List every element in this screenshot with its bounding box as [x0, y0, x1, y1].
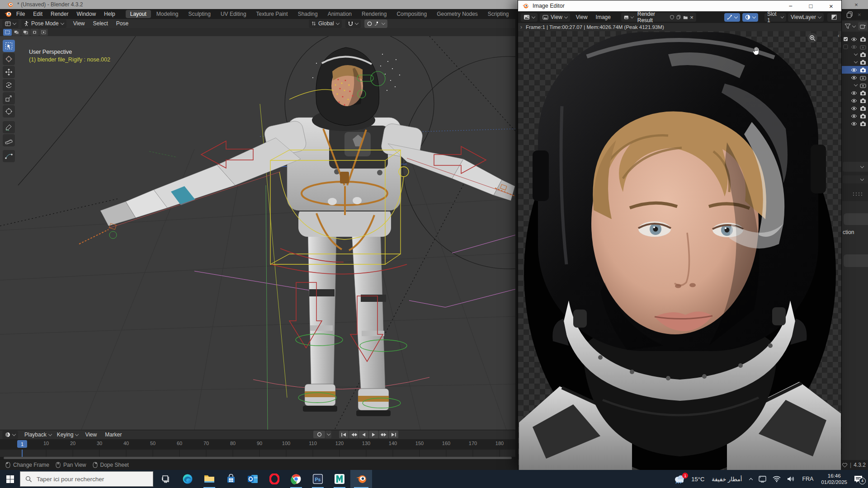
timeline-scrollbar[interactable]: [4, 457, 512, 459]
select-mode-subtract-button[interactable]: [21, 29, 30, 36]
checkbox-checked-icon[interactable]: [843, 37, 848, 42]
proportional-editing-group[interactable]: [364, 19, 387, 28]
camera-disabled-icon[interactable]: [860, 44, 866, 50]
camera-icon[interactable]: [860, 67, 866, 73]
fake-user-shield-icon[interactable]: [670, 14, 674, 20]
taskbar-search-box[interactable]: Taper ici pour rechercher: [20, 471, 153, 487]
transform-orientation-dropdown[interactable]: Global: [309, 19, 342, 28]
browse-chevron[interactable]: [630, 15, 634, 19]
open-folder-icon[interactable]: [683, 15, 688, 20]
fund-heart-icon[interactable]: [842, 462, 848, 468]
tray-temperature[interactable]: 15°C: [691, 476, 704, 483]
tray-weather[interactable]: 1: [674, 474, 685, 483]
taskbar-app-outlook[interactable]: [242, 470, 264, 488]
tool-select-box[interactable]: [3, 40, 15, 52]
current-frame-indicator[interactable]: 1: [17, 440, 27, 448]
taskbar-app-blender[interactable]: [350, 470, 372, 488]
taskbar-app-file-explorer[interactable]: [198, 470, 220, 488]
editor-type-dropdown[interactable]: [521, 13, 538, 22]
workspace-tab-shading[interactable]: Shading: [293, 10, 322, 18]
taskbar-app-chrome[interactable]: [285, 470, 307, 488]
jump-to-start-button[interactable]: [339, 431, 349, 438]
expand-chevron-icon[interactable]: [854, 52, 858, 56]
camera-icon[interactable]: [860, 113, 866, 119]
tool-move[interactable]: [3, 66, 15, 78]
start-button[interactable]: [0, 470, 20, 488]
slot-dropdown[interactable]: Slot 1: [764, 13, 786, 22]
outliner-row[interactable]: [842, 58, 868, 66]
jump-prev-keyframe-button[interactable]: [349, 431, 359, 438]
select-mode-extend-button[interactable]: [12, 29, 21, 36]
workspace-tab-uv-editing[interactable]: UV Editing: [216, 10, 251, 18]
auto-keying-button[interactable]: [313, 431, 325, 438]
taskbar-app-store[interactable]: [220, 470, 242, 488]
outliner-row[interactable]: [842, 112, 868, 120]
panel-grip-dots[interactable]: [853, 192, 863, 196]
tool-transform[interactable]: [3, 105, 15, 117]
tool-scale[interactable]: [3, 92, 15, 104]
eye-icon[interactable]: [851, 91, 857, 95]
keying-menu[interactable]: Keying: [54, 431, 81, 439]
tool-cursor[interactable]: [3, 53, 15, 65]
menu-render[interactable]: Render: [47, 9, 72, 19]
timeline-marker-menu[interactable]: Marker: [101, 430, 126, 439]
camera-icon[interactable]: [860, 106, 866, 111]
tray-language[interactable]: FRA: [802, 476, 813, 482]
camera-icon[interactable]: [860, 90, 866, 96]
workspace-tab-modeling[interactable]: Modeling: [152, 10, 183, 18]
workspace-tab-scripting[interactable]: Scripting: [483, 10, 514, 18]
taskbar-app-photoshop[interactable]: Ps: [307, 470, 329, 488]
view-menu[interactable]: View: [69, 19, 89, 28]
partial-dropdown[interactable]: [843, 162, 868, 172]
image-editor-image-menu[interactable]: Image: [592, 11, 615, 23]
eye-icon[interactable]: [851, 122, 857, 126]
tray-volume-icon[interactable]: [787, 476, 795, 482]
taskbar-app-edge[interactable]: [177, 470, 198, 488]
partial-button[interactable]: [844, 213, 868, 225]
timeline-editor-type-dropdown[interactable]: [2, 431, 18, 439]
tray-clock[interactable]: 16:46 01/02/2025: [821, 473, 847, 485]
menu-window[interactable]: Window: [72, 9, 100, 19]
playback-menu[interactable]: Playback: [22, 431, 54, 439]
copy-pages-icon[interactable]: [846, 11, 853, 18]
menu-file[interactable]: File: [12, 9, 29, 19]
checkbox-empty-icon[interactable]: [843, 44, 848, 49]
jump-next-keyframe-button[interactable]: [379, 431, 388, 438]
mode-dropdown[interactable]: Pose Mode: [21, 19, 66, 28]
workspace-tab-sculpting[interactable]: Sculpting: [184, 10, 215, 18]
eye-icon[interactable]: [851, 45, 857, 49]
tray-wifi-icon[interactable]: [773, 476, 781, 482]
menu-help[interactable]: Help: [100, 9, 119, 19]
filter-funnel-icon[interactable]: [844, 23, 851, 29]
outliner-row[interactable]: [842, 35, 868, 43]
viewport-canvas[interactable]: User Perspective (1) blender file_Rigify…: [0, 36, 515, 430]
eye-icon[interactable]: [851, 114, 857, 118]
camera-icon[interactable]: [860, 98, 866, 103]
tool-annotate[interactable]: [3, 121, 15, 133]
eye-icon[interactable]: [851, 37, 857, 42]
tray-tablet-icon[interactable]: [759, 476, 766, 483]
expand-chevron-icon[interactable]: [854, 60, 858, 63]
pose-menu[interactable]: Pose: [112, 19, 132, 28]
browse-image-icon[interactable]: [624, 15, 629, 20]
outliner-row[interactable]: [842, 89, 868, 97]
eye-icon[interactable]: [851, 75, 857, 80]
partial-dropdown[interactable]: [843, 175, 868, 183]
eye-icon[interactable]: [851, 106, 857, 111]
taskbar-app-opera[interactable]: [264, 470, 285, 488]
tool-pose-breakdowner[interactable]: [3, 150, 15, 162]
outliner-row[interactable]: [842, 43, 868, 51]
workspace-tab-geometry-nodes[interactable]: Geometry Nodes: [432, 10, 482, 18]
new-collection-button[interactable]: [858, 22, 867, 30]
outliner-row[interactable]: [842, 51, 868, 58]
maximize-button[interactable]: □: [801, 0, 821, 11]
workspace-tab-layout[interactable]: Layout: [126, 10, 151, 18]
camera-icon[interactable]: [860, 52, 866, 57]
outliner-row-selected[interactable]: [842, 66, 868, 74]
render-canvas[interactable]: ‹: [518, 31, 841, 470]
workspace-tab-texture-paint[interactable]: Texture Paint: [252, 10, 292, 18]
zoom-gizmo[interactable]: [807, 33, 817, 43]
tray-notifications[interactable]: 4: [854, 475, 863, 483]
expand-chevron-icon[interactable]: [854, 83, 858, 86]
select-mode-intersect-button[interactable]: [39, 29, 48, 36]
